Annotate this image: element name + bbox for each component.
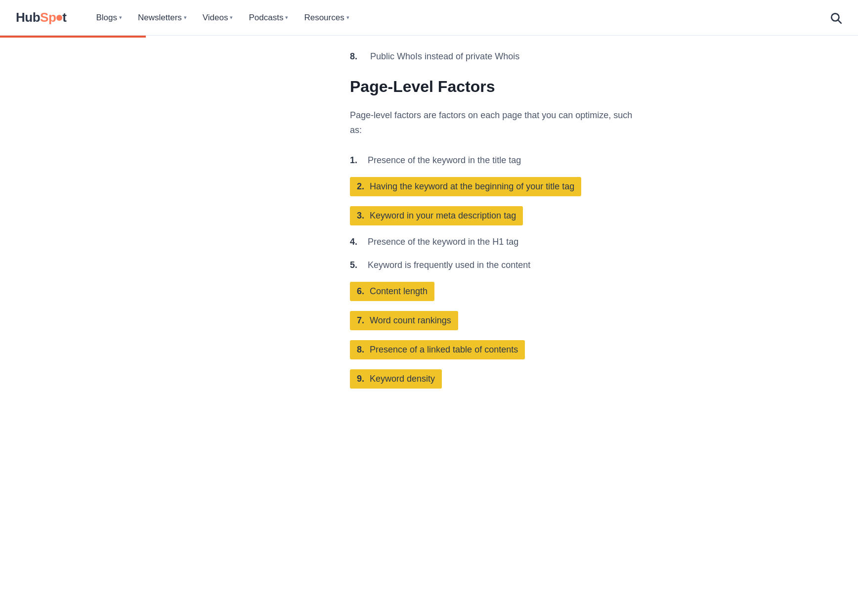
list-number-9: 9.: [350, 369, 368, 389]
chevron-icon-resources: ▾: [346, 14, 349, 21]
content-area: 8. Public WhoIs instead of private Whois…: [192, 38, 666, 422]
chevron-icon-newsletters: ▾: [184, 14, 187, 21]
nav-label-resources: Resources: [304, 13, 344, 23]
navbar: HubSpt Blogs ▾ Newsletters ▾ Videos ▾ Po…: [0, 0, 858, 36]
logo[interactable]: HubSpt: [16, 10, 66, 25]
list-item: 5. Keyword is frequently used in the con…: [350, 259, 643, 272]
list-item: 3. Keyword in your meta description tag: [350, 206, 643, 225]
list-item: 7. Word count rankings: [350, 311, 643, 330]
nav-label-podcasts: Podcasts: [249, 13, 283, 23]
list-number-2: 2.: [350, 177, 368, 196]
nav-label-blogs: Blogs: [96, 13, 117, 23]
list-text-7: Word count rankings: [368, 311, 458, 330]
nav-item-blogs[interactable]: Blogs ▾: [90, 9, 128, 27]
list-item: 8. Presence of a linked table of content…: [350, 340, 643, 359]
nav-links: Blogs ▾ Newsletters ▾ Videos ▾ Podcasts …: [90, 9, 829, 27]
progress-bar-fill: [0, 36, 146, 38]
nav-label-newsletters: Newsletters: [138, 13, 182, 23]
list-item: 1. Presence of the keyword in the title …: [350, 154, 643, 167]
list-number-5: 5.: [350, 259, 368, 272]
list-number-6: 6.: [350, 282, 368, 301]
list-item: 9. Keyword density: [350, 369, 643, 389]
chevron-icon-videos: ▾: [230, 14, 233, 21]
pre-item-text: Public WhoIs instead of private Whois: [370, 51, 519, 61]
nav-label-videos: Videos: [203, 13, 228, 23]
nav-item-resources[interactable]: Resources ▾: [298, 9, 355, 27]
list-item: 4. Presence of the keyword in the H1 tag: [350, 235, 643, 249]
list-text-8: Presence of a linked table of contents: [368, 340, 525, 359]
chevron-icon-blogs: ▾: [119, 14, 122, 21]
list-item: 2. Having the keyword at the beginning o…: [350, 177, 643, 196]
list-text-5: Keyword is frequently used in the conten…: [368, 259, 530, 272]
list-number-8: 8.: [350, 340, 368, 359]
search-button[interactable]: [829, 11, 842, 24]
nav-item-podcasts[interactable]: Podcasts ▾: [243, 9, 294, 27]
pre-item-number: 8.: [350, 49, 368, 64]
pre-section-item: 8. Public WhoIs instead of private Whois: [350, 49, 643, 64]
list-text-4: Presence of the keyword in the H1 tag: [368, 235, 518, 249]
search-icon: [829, 11, 842, 24]
list-text-1: Presence of the keyword in the title tag: [368, 154, 521, 167]
nav-item-newsletters[interactable]: Newsletters ▾: [132, 9, 193, 27]
list-text-6: Content length: [368, 282, 434, 301]
list-text-2: Having the keyword at the beginning of y…: [368, 177, 581, 196]
page-level-factors-list: 1. Presence of the keyword in the title …: [350, 154, 643, 389]
section-intro: Page-level factors are factors on each p…: [350, 108, 643, 138]
list-number-4: 4.: [350, 235, 368, 249]
svg-line-1: [838, 20, 841, 23]
logo-text: HubSpt: [16, 10, 66, 25]
list-number-1: 1.: [350, 154, 368, 167]
logo-dot: [56, 15, 62, 21]
list-item: 6. Content length: [350, 282, 643, 301]
section-heading: Page-Level Factors: [350, 78, 643, 96]
list-number-3: 3.: [350, 206, 368, 225]
list-text-9: Keyword density: [368, 369, 442, 389]
list-text-3: Keyword in your meta description tag: [368, 206, 523, 225]
chevron-icon-podcasts: ▾: [285, 14, 288, 21]
list-number-7: 7.: [350, 311, 368, 330]
nav-item-videos[interactable]: Videos ▾: [197, 9, 239, 27]
